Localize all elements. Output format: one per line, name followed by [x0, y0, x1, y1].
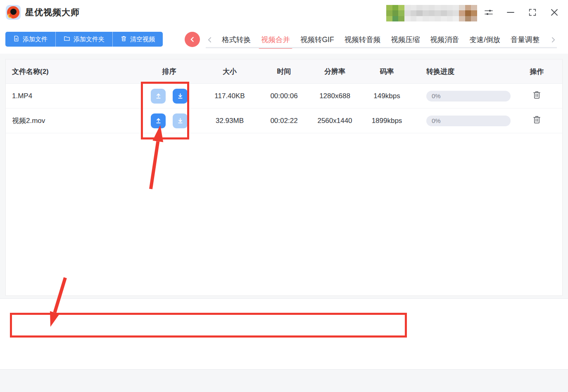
file-resolution: 2560x1440: [309, 117, 361, 125]
add-file-label: 添加文件: [23, 35, 48, 43]
delete-file-button[interactable]: [532, 90, 542, 100]
tab-speed-reverse[interactable]: 变速/倒放: [469, 35, 500, 45]
add-file-button[interactable]: 添加文件: [5, 32, 55, 47]
trash-icon: [121, 35, 127, 43]
footer: e 官网 客服 版本：v2.2.0.0: [0, 369, 568, 392]
file-table: 文件名称(2) 排序 大小 时间 分辨率 码率 转换进度 操作 1.MP4: [5, 59, 563, 296]
tab-scroll-right-icon[interactable]: [551, 37, 556, 45]
tab-video-mute[interactable]: 视频消音: [430, 35, 459, 45]
tab-video-merge[interactable]: 视频合并: [261, 35, 290, 45]
minimize-icon[interactable]: [505, 7, 516, 18]
header-size: 大小: [200, 67, 259, 76]
header-progress: 转换进度: [413, 67, 512, 76]
settings-sliders-icon[interactable]: [483, 7, 494, 18]
chevron-left-icon: [190, 37, 195, 42]
progress-value: 0%: [432, 92, 441, 99]
tabs-underline: [206, 47, 557, 48]
progress-bar: 0%: [426, 116, 511, 126]
file-icon: [13, 35, 19, 43]
delete-icon: [532, 115, 542, 125]
folder-icon: [64, 35, 70, 43]
file-actions-group: 添加文件 添加文件夹 清空视频: [5, 32, 163, 47]
action-cell: [512, 115, 561, 127]
move-down-button[interactable]: [173, 113, 188, 128]
delete-file-button[interactable]: [532, 115, 542, 125]
move-down-icon: [177, 117, 184, 124]
progress-cell: 0%: [413, 91, 512, 102]
user-account-blurred[interactable]: [386, 5, 477, 21]
sort-controls: [138, 89, 200, 104]
move-up-button[interactable]: [151, 113, 166, 128]
main-content: 文件名称(2) 排序 大小 时间 分辨率 码率 转换进度 操作 1.MP4: [0, 54, 568, 298]
delete-icon: [532, 90, 542, 100]
brand: 星优视频大师: [6, 5, 80, 20]
file-size: 32.93MB: [200, 117, 259, 125]
header-resolution: 分辨率: [309, 67, 361, 76]
move-down-button[interactable]: [173, 89, 188, 104]
add-folder-label: 添加文件夹: [74, 35, 105, 43]
file-name: 1.MP4: [6, 92, 138, 100]
logo-core: [10, 9, 17, 15]
tabs-back-button[interactable]: [185, 32, 200, 47]
titlebar: 星优视频大师: [0, 0, 568, 26]
window-controls: [483, 7, 560, 18]
move-up-button[interactable]: [151, 89, 166, 104]
table-header: 文件名称(2) 排序 大小 时间 分辨率 码率 转换进度 操作: [6, 59, 562, 84]
tab-video-to-audio[interactable]: 视频转音频: [345, 35, 381, 45]
table-row: 1.MP4 117.40KB 00:00:06 1280x688 149kbps: [6, 84, 562, 109]
tab-video-compress[interactable]: 视频压缩: [391, 35, 420, 45]
action-cell: [512, 90, 561, 102]
app-title: 星优视频大师: [25, 7, 80, 18]
header-filename: 文件名称(2): [6, 67, 138, 76]
tab-volume-adjust[interactable]: 音量调整: [511, 35, 539, 45]
tab-format-convert[interactable]: 格式转换: [222, 35, 251, 45]
file-name: 视频2.mov: [6, 116, 138, 125]
settings-panel: 输出格式: mp4 视频清晰度: 画质区分 视频画质: 原画 视频分辨率: 同原…: [0, 298, 568, 369]
clear-videos-button[interactable]: 清空视频: [112, 32, 163, 47]
move-up-icon: [155, 92, 162, 99]
file-size: 117.40KB: [200, 92, 259, 100]
app-logo-icon: [6, 5, 21, 20]
file-bitrate: 1899kbps: [361, 117, 413, 125]
header-time: 时间: [259, 67, 309, 76]
progress-value: 0%: [432, 117, 441, 124]
table-row: 视频2.mov 32.93MB 00:02:22 2560x1440 1899k…: [6, 109, 562, 133]
add-folder-button[interactable]: 添加文件夹: [55, 32, 112, 47]
header-sort: 排序: [138, 67, 200, 76]
clear-videos-label: 清空视频: [130, 35, 155, 43]
progress-bar: 0%: [426, 91, 511, 102]
move-down-icon: [177, 92, 184, 99]
feature-tabs: 格式转换 视频合并 视频转GIF 视频转音频 视频压缩 视频消音 变速/倒放 音…: [222, 26, 539, 54]
header-actions: 操作: [512, 67, 561, 76]
move-up-icon: [155, 117, 162, 124]
tab-scroll-left-icon[interactable]: [207, 37, 212, 45]
maximize-icon[interactable]: [527, 7, 538, 18]
toolbar-row: 添加文件 添加文件夹 清空视频 格式转换 视频合并 视频转GIF: [0, 26, 568, 54]
sort-controls: [138, 113, 200, 128]
header-bitrate: 码率: [361, 67, 413, 76]
tab-video-to-gif[interactable]: 视频转GIF: [300, 35, 334, 45]
file-time: 00:02:22: [259, 117, 309, 125]
file-time: 00:00:06: [259, 92, 309, 100]
file-resolution: 1280x688: [309, 92, 361, 100]
file-bitrate: 149kbps: [361, 92, 413, 100]
progress-cell: 0%: [413, 116, 512, 126]
close-icon[interactable]: [549, 7, 560, 18]
